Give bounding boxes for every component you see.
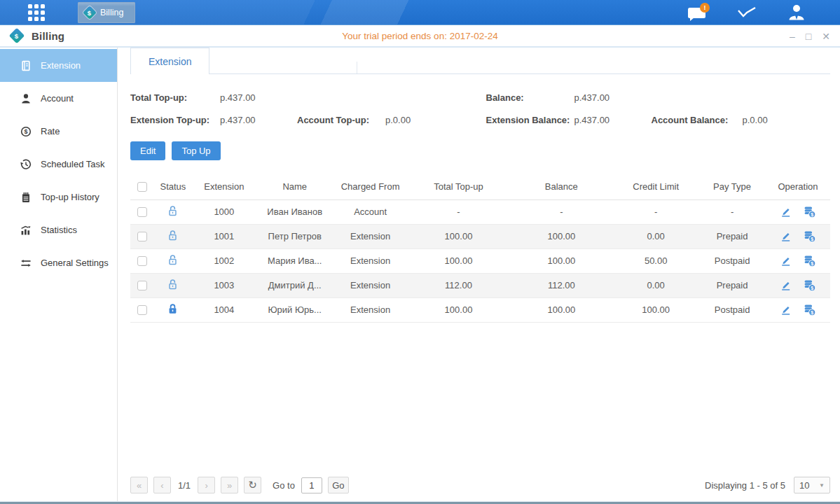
table-row: 1004 Юрий Юрь... Extension 100.00 100.00… xyxy=(130,298,830,322)
account-balance-value: p.0.00 xyxy=(743,115,768,125)
goto-page-input[interactable] xyxy=(301,477,322,493)
close-icon[interactable]: ✕ xyxy=(822,31,830,41)
maximize-icon[interactable]: □ xyxy=(806,31,811,41)
balance-value: p.437.00 xyxy=(574,92,610,103)
row-checkbox[interactable] xyxy=(137,256,147,266)
cell-charged-from: Account xyxy=(333,200,408,224)
account-balance-label: Account Balance: xyxy=(652,115,743,125)
lock-closed-icon xyxy=(167,303,179,315)
notebook-icon xyxy=(20,192,32,203)
sidebar-item-label: Rate xyxy=(41,126,60,136)
sidebar-item-label: Scheduled Task xyxy=(41,159,105,169)
table-row: 1002 Мария Ива... Extension 100.00 100.0… xyxy=(130,248,830,273)
cell-charged-from: Extension xyxy=(333,248,408,273)
displaying-count: Displaying 1 - 5 of 5 xyxy=(705,480,785,491)
column-operation: Operation xyxy=(766,174,830,200)
sidebar-item-account[interactable]: Account xyxy=(0,82,117,115)
sidebar-item-label: Statistics xyxy=(41,225,77,235)
user-account-icon[interactable] xyxy=(787,4,806,22)
window-title-bar: $ Billing Your trial period ends on: 201… xyxy=(0,25,840,48)
cell-name: Юрий Юрь... xyxy=(256,298,333,322)
top-up-coins-icon[interactable]: $ xyxy=(803,304,816,316)
top-up-coins-icon[interactable]: $ xyxy=(803,230,816,243)
svg-text:$: $ xyxy=(811,236,813,241)
row-checkbox[interactable] xyxy=(137,305,147,315)
app-grid-icon[interactable] xyxy=(28,4,45,21)
tab-extension[interactable]: Extension xyxy=(130,48,209,74)
extension-table: Status Extension Name Charged From Total… xyxy=(130,174,830,323)
cell-balance: 100.00 xyxy=(509,248,613,273)
resource-monitor-icon[interactable] xyxy=(736,4,757,21)
sidebar-item-label: General Settings xyxy=(41,258,109,268)
total-topup-value: p.437.00 xyxy=(220,92,256,103)
cell-charged-from: Extension xyxy=(333,273,408,298)
top-up-coins-icon[interactable]: $ xyxy=(803,279,816,292)
cell-balance: 100.00 xyxy=(509,298,613,322)
edit-pencil-icon[interactable] xyxy=(780,255,792,267)
total-topup-label: Total Top-up: xyxy=(130,92,220,103)
tab-extension-label: Extension xyxy=(149,56,191,67)
go-button[interactable]: Go xyxy=(328,477,349,493)
sidebar-item-general-settings[interactable]: General Settings xyxy=(0,246,117,279)
minimize-icon[interactable]: – xyxy=(790,31,795,41)
footer-right: Displaying 1 - 5 of 5 10 ▼ xyxy=(705,477,830,493)
cell-extension: 1003 xyxy=(192,273,256,298)
cell-extension: 1002 xyxy=(192,248,256,273)
sidebar-item-rate[interactable]: $ Rate xyxy=(0,115,117,148)
prev-page-button[interactable]: ‹ xyxy=(153,477,171,493)
balance-summary: Total Top-up: p.437.00 Extension Top-up:… xyxy=(130,90,830,134)
select-all-checkbox[interactable] xyxy=(137,182,147,192)
page-size-dropdown[interactable]: 10 ▼ xyxy=(794,477,830,493)
cell-balance: - xyxy=(509,200,613,224)
table-row: 1003 Дмитрий Д... Extension 112.00 112.0… xyxy=(130,273,830,298)
cell-total-topup: 112.00 xyxy=(408,273,510,298)
transfer-arrows-icon xyxy=(20,258,32,269)
next-page-button[interactable]: › xyxy=(198,477,215,493)
messages-icon[interactable]: ! xyxy=(688,6,707,20)
edit-pencil-icon[interactable] xyxy=(780,230,792,242)
cell-total-topup: - xyxy=(408,200,510,224)
extension-topup-label: Extension Top-up: xyxy=(130,115,220,125)
cell-extension: 1000 xyxy=(192,200,256,224)
table-header-row: Status Extension Name Charged From Total… xyxy=(130,174,830,200)
sidebar-item-scheduled-task[interactable]: Scheduled Task xyxy=(0,148,117,181)
extension-balance-label: Extension Balance: xyxy=(486,115,574,125)
notification-badge: ! xyxy=(700,3,710,13)
topbar-right-icons: ! xyxy=(688,0,806,25)
sidebar-item-statistics[interactable]: Statistics xyxy=(0,214,117,246)
last-page-button[interactable]: » xyxy=(221,477,238,493)
edit-pencil-icon[interactable] xyxy=(780,304,792,316)
sidebar-item-topup-history[interactable]: Top-up History xyxy=(0,181,117,214)
refresh-icon[interactable]: ↻ xyxy=(244,477,261,493)
table-row: 1001 Петр Петров Extension 100.00 100.00… xyxy=(130,224,830,248)
column-name: Name xyxy=(256,174,333,200)
billing-dollar-diamond-icon: $ xyxy=(83,6,97,20)
row-checkbox[interactable] xyxy=(137,281,147,290)
edit-button[interactable]: Edit xyxy=(130,141,165,160)
first-page-button[interactable]: « xyxy=(130,477,148,493)
cell-total-topup: 100.00 xyxy=(408,298,510,322)
billing-sidebar: Extension Account $ Rate xyxy=(0,48,118,501)
billing-app-tab[interactable]: $ Billing xyxy=(78,2,135,23)
extension-topup-value: p.437.00 xyxy=(220,115,297,125)
column-extension: Extension xyxy=(192,174,256,200)
edit-pencil-icon[interactable] xyxy=(780,279,792,291)
page-indicator: 1/1 xyxy=(178,480,191,491)
cell-charged-from: Extension xyxy=(333,298,408,322)
history-clock-icon xyxy=(20,159,32,170)
top-up-coins-icon[interactable]: $ xyxy=(803,206,816,218)
svg-text:$: $ xyxy=(811,285,813,290)
top-up-coins-icon[interactable]: $ xyxy=(803,255,816,267)
sidebar-item-label: Extension xyxy=(41,60,81,71)
window-title: Billing xyxy=(32,30,64,42)
table-row: 1000 Иван Иванов Account - - - - xyxy=(130,200,830,224)
row-checkbox[interactable] xyxy=(137,207,147,217)
cell-balance: 100.00 xyxy=(509,224,613,248)
top-up-button[interactable]: Top Up xyxy=(172,141,220,160)
sidebar-item-extension[interactable]: Extension xyxy=(0,49,117,82)
cell-name: Мария Ива... xyxy=(256,248,333,273)
edit-pencil-icon[interactable] xyxy=(780,206,792,218)
window-body: Extension Account $ Rate xyxy=(0,48,840,501)
cell-credit-limit: 0.00 xyxy=(613,273,698,298)
row-checkbox[interactable] xyxy=(137,232,147,241)
